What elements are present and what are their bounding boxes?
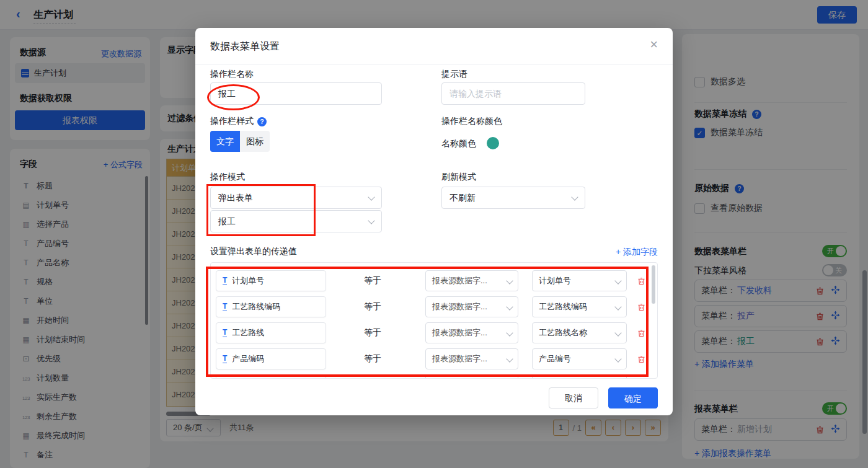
field-chip[interactable]: T计划单号 xyxy=(216,270,326,291)
text-field-icon: T xyxy=(223,302,227,311)
table-menu-settings-dialog: 数据表菜单设置 × 操作栏名称 报工 提示语 请输入提示语 操作栏样式 ? 文字… xyxy=(195,28,673,415)
chevron-down-icon xyxy=(614,303,621,310)
name-color-label: 操作栏名称颜色 xyxy=(441,116,502,127)
source-type-select[interactable]: 报表源数据字... xyxy=(425,322,518,343)
chevron-down-icon xyxy=(368,217,374,224)
trash-icon[interactable] xyxy=(637,276,646,286)
action-name-value: 报工 xyxy=(218,89,236,99)
pass-value-row: T产品编码 等于 报表源数据字... 产品编号 xyxy=(216,348,657,369)
add-field-link[interactable]: + 添加字段 xyxy=(616,247,658,258)
style-tab-group: 文字 图标 xyxy=(210,131,270,152)
action-name-label: 操作栏名称 xyxy=(210,69,254,80)
pass-values-list: T计划单号 等于 报表源数据字... 计划单号 T工艺路线编码 等于 报表源数据… xyxy=(210,262,658,379)
action-mode-value: 弹出表单 xyxy=(218,193,253,203)
chevron-down-icon xyxy=(506,329,513,336)
operator-label: 等于 xyxy=(358,353,387,364)
source-field-value: 工艺路线名称 xyxy=(539,328,587,337)
divider xyxy=(195,64,673,64)
source-type-value: 报表源数据字... xyxy=(432,302,487,311)
source-field-select[interactable] xyxy=(532,374,627,379)
chevron-down-icon xyxy=(506,277,513,284)
action-style-label: 操作栏样式 ? xyxy=(210,116,267,127)
refresh-mode-select[interactable]: 不刷新 xyxy=(441,187,585,209)
field-chip-label: 工艺路线 xyxy=(232,327,264,338)
form-select-value: 报工 xyxy=(218,216,236,226)
trash-icon[interactable] xyxy=(637,302,646,312)
trash-icon[interactable] xyxy=(637,355,646,364)
tab-icon-style[interactable]: 图标 xyxy=(240,131,270,152)
page-scrollbar[interactable] xyxy=(862,270,867,434)
help-icon[interactable]: ? xyxy=(257,117,267,126)
text-field-icon: T xyxy=(223,329,227,337)
refresh-mode-label: 刷新模式 xyxy=(441,172,476,183)
chevron-down-icon xyxy=(506,355,513,362)
operator-label: 等于 xyxy=(358,327,387,338)
source-type-select[interactable]: 报表源数据字... xyxy=(425,296,518,317)
action-mode-label: 操作模式 xyxy=(210,172,245,183)
close-icon[interactable]: × xyxy=(650,37,658,53)
color-swatch[interactable] xyxy=(487,137,499,149)
list-scrollbar[interactable] xyxy=(652,265,655,304)
source-field-select[interactable]: 产品编号 xyxy=(532,348,627,369)
hint-label: 提示语 xyxy=(441,69,467,80)
chevron-down-icon xyxy=(368,193,374,200)
source-field-value: 产品编号 xyxy=(539,354,571,363)
source-type-value: 报表源数据字... xyxy=(432,354,487,363)
source-field-value: 工艺路线编码 xyxy=(539,302,587,311)
source-type-select[interactable] xyxy=(425,374,518,379)
text-field-icon: T xyxy=(223,355,227,363)
source-field-select[interactable]: 工艺路线名称 xyxy=(532,322,627,343)
chevron-down-icon xyxy=(506,303,513,310)
cancel-button[interactable]: 取消 xyxy=(549,387,598,408)
field-chip[interactable]: T工艺路线 xyxy=(216,322,326,343)
chevron-down-icon xyxy=(614,355,621,362)
pass-value-row: T 等于 xyxy=(216,374,657,379)
field-chip[interactable]: T产品编码 xyxy=(216,348,326,369)
chevron-down-icon xyxy=(614,329,621,336)
pass-value-row: T工艺路线 等于 报表源数据字... 工艺路线名称 xyxy=(216,322,657,343)
source-type-value: 报表源数据字... xyxy=(432,276,487,285)
field-chip-label: 产品编码 xyxy=(232,353,264,364)
action-name-input[interactable]: 报工 xyxy=(210,82,382,105)
pass-value-row: T工艺路线编码 等于 报表源数据字... 工艺路线编码 xyxy=(216,296,657,317)
text-field-icon: T xyxy=(223,276,227,285)
confirm-button[interactable]: 确定 xyxy=(608,387,658,408)
field-chip-label: 计划单号 xyxy=(232,275,264,286)
dialog-title: 数据表菜单设置 xyxy=(210,40,280,53)
source-type-select[interactable]: 报表源数据字... xyxy=(425,348,518,369)
field-chip-label: 工艺路线编码 xyxy=(232,301,280,312)
action-mode-select[interactable]: 弹出表单 xyxy=(210,187,382,209)
tab-text-style[interactable]: 文字 xyxy=(210,131,240,152)
chevron-down-icon xyxy=(571,193,578,200)
trash-icon[interactable] xyxy=(637,329,646,338)
chevron-down-icon xyxy=(614,277,621,284)
hint-input[interactable]: 请输入提示语 xyxy=(441,82,585,105)
source-type-value: 报表源数据字... xyxy=(432,328,487,337)
field-chip[interactable]: T工艺路线编码 xyxy=(216,296,326,317)
pass-values-label: 设置弹出表单的传递值 xyxy=(210,246,297,257)
hint-placeholder: 请输入提示语 xyxy=(450,89,502,99)
source-field-select[interactable]: 工艺路线编码 xyxy=(532,296,627,317)
pass-value-row: T计划单号 等于 报表源数据字... 计划单号 xyxy=(216,270,657,291)
color-name-text: 名称颜色 xyxy=(441,138,476,149)
source-field-value: 计划单号 xyxy=(539,276,571,285)
field-chip[interactable]: T xyxy=(216,374,326,379)
form-select[interactable]: 报工 xyxy=(210,210,382,232)
source-type-select[interactable]: 报表源数据字... xyxy=(425,270,518,291)
operator-label: 等于 xyxy=(358,275,387,286)
action-style-label-text: 操作栏样式 xyxy=(210,116,254,127)
source-field-select[interactable]: 计划单号 xyxy=(532,270,627,291)
refresh-mode-value: 不刷新 xyxy=(450,193,476,203)
operator-label: 等于 xyxy=(358,301,387,312)
